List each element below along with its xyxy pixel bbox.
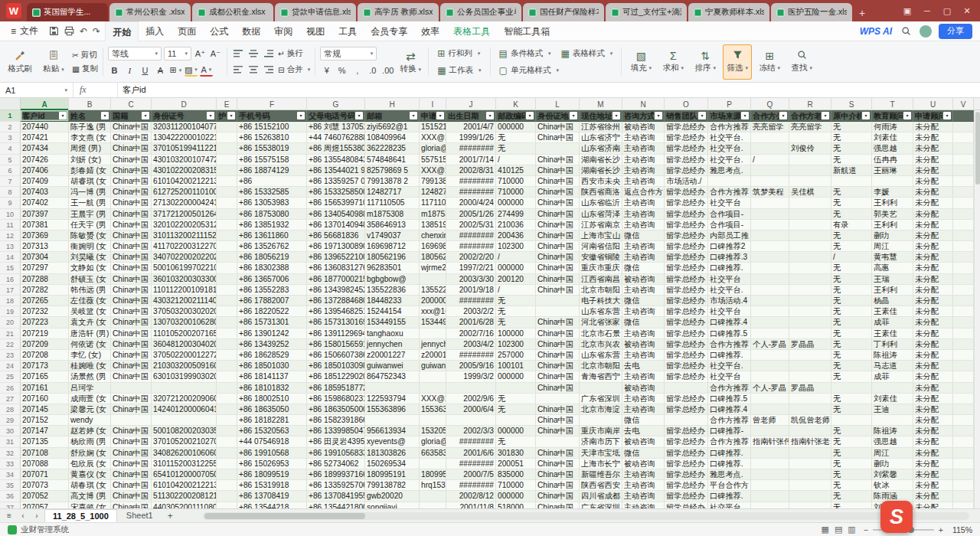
cell[interactable] — [872, 383, 913, 394]
horizontal-scrollbar[interactable] — [203, 512, 969, 520]
cell[interactable]: ######## — [446, 143, 496, 154]
cell[interactable]: China中国 — [111, 448, 152, 459]
cell[interactable]: 文静如 (女 — [69, 263, 111, 273]
cell[interactable]: ######## — [446, 436, 496, 447]
cell[interactable]: 钦冰 — [872, 480, 913, 491]
cell[interactable] — [953, 350, 974, 361]
cell[interactable]: 山东省济宁 — [580, 132, 622, 143]
cell[interactable]: +86 1372884680 — [307, 296, 365, 306]
cell[interactable]: 梁馨元 (女 — [69, 404, 111, 415]
cell[interactable]: 未分配 — [913, 317, 953, 328]
row-number[interactable]: 17 — [0, 285, 21, 296]
cell[interactable]: 口碑推荐2 — [708, 241, 751, 252]
cell[interactable]: 无 — [831, 426, 872, 436]
cell[interactable] — [751, 480, 789, 491]
cell[interactable]: 高文博 (男 — [69, 491, 111, 502]
cell[interactable]: 冯一博 (男 — [69, 187, 111, 198]
cell[interactable] — [420, 328, 446, 339]
cell[interactable]: 安徽省铜陵 — [580, 252, 622, 263]
cell[interactable]: 刘素佳 — [872, 394, 913, 404]
menu-tab-开始[interactable]: 开始 — [105, 21, 139, 41]
cell[interactable]: 微信 — [622, 263, 665, 273]
cell[interactable] — [789, 317, 831, 328]
cell[interactable]: +86 15263810 — [237, 132, 307, 143]
cell[interactable]: China中国 — [536, 155, 580, 165]
cell[interactable]: 2005/9/16 — [446, 361, 496, 371]
percent-format-button[interactable]: % — [335, 64, 348, 77]
cell[interactable]: 2001/6/6 — [446, 448, 496, 459]
cell[interactable]: 207406 — [21, 165, 69, 176]
cell[interactable]: 筑梦美程 — [751, 187, 789, 198]
undo-icon[interactable]: ↶ — [80, 26, 87, 37]
cell[interactable]: China中国 — [111, 198, 152, 208]
cell[interactable]: 未分配 — [913, 339, 953, 350]
cell[interactable]: China中国 — [111, 339, 152, 350]
cell[interactable]: China中国 — [111, 241, 152, 252]
cell[interactable]: 无 — [831, 491, 872, 502]
cell[interactable]: 西安市未央 — [580, 176, 622, 187]
share-button[interactable]: 分享 — [939, 24, 972, 39]
cell[interactable] — [217, 394, 237, 404]
row-number[interactable]: 23 — [0, 350, 21, 361]
header-cell[interactable] — [953, 110, 974, 122]
cell[interactable]: 207173 — [21, 361, 69, 371]
cell[interactable]: 180562196 — [365, 252, 420, 263]
cell[interactable]: guiwanwei — [420, 361, 446, 371]
cell[interactable]: 江西省南昌 — [580, 274, 622, 285]
cell[interactable]: 153449155 — [420, 317, 446, 328]
cell[interactable]: 微信 — [622, 448, 665, 459]
print-icon[interactable] — [64, 26, 74, 36]
column-header-G[interactable]: G — [307, 98, 365, 110]
cell[interactable] — [420, 274, 446, 285]
cell[interactable]: +86 15152100 — [237, 122, 307, 132]
cell[interactable]: 未分配 — [913, 436, 953, 447]
cell[interactable]: 主动咨询 — [622, 165, 665, 176]
cell[interactable]: 207161 — [21, 383, 69, 394]
cell[interactable] — [789, 252, 831, 263]
cell[interactable] — [217, 241, 237, 252]
cell[interactable]: China中国 — [111, 122, 152, 132]
cell[interactable]: 何依诺 (女 — [69, 339, 111, 350]
cell[interactable]: +86 15575158 — [237, 155, 307, 165]
column-header-C[interactable]: C — [111, 98, 152, 110]
cell[interactable]: 彭春婧 (女 — [69, 165, 111, 176]
cell[interactable] — [217, 436, 237, 447]
cell[interactable]: 358646913 — [365, 220, 420, 230]
cell[interactable] — [789, 241, 831, 252]
cell[interactable] — [217, 209, 237, 220]
cell[interactable]: 王晨宇 (男 — [69, 209, 111, 220]
font-increase-button[interactable]: A⁺ — [194, 47, 207, 60]
cell[interactable] — [831, 176, 872, 187]
cell[interactable]: 207409 — [21, 176, 69, 187]
cell[interactable]: 无 — [831, 155, 872, 165]
cell[interactable] — [872, 415, 913, 426]
column-header-D[interactable]: D — [152, 98, 217, 110]
sheet-list-icon[interactable]: ≡ — [3, 511, 15, 520]
cell[interactable] — [217, 187, 237, 198]
cell[interactable]: +86 15332585 — [237, 187, 307, 198]
cell[interactable]: 去电 — [622, 426, 665, 436]
cell[interactable] — [217, 371, 237, 382]
cell[interactable]: 强思越 — [872, 436, 913, 447]
cell[interactable] — [751, 198, 789, 208]
cell[interactable]: 留学总经办 — [665, 469, 708, 480]
cell[interactable]: 社交平台 — [708, 502, 751, 508]
filter-dropdown-icon[interactable]: ▾ — [207, 112, 214, 119]
cell[interactable] — [953, 230, 974, 241]
cell[interactable]: jennychen — [420, 339, 446, 350]
cell[interactable]: 天津市宝坻 — [580, 448, 622, 459]
cell[interactable]: +86 1354421800 — [307, 502, 365, 508]
cell[interactable]: 410125 — [496, 165, 536, 176]
cell[interactable] — [789, 198, 831, 208]
cell[interactable]: ######## — [446, 296, 496, 306]
cell[interactable] — [536, 143, 580, 154]
cell[interactable]: ######## — [446, 480, 496, 491]
file-tab[interactable]: 国任财产保险样本... — [523, 3, 604, 21]
cell[interactable] — [446, 415, 496, 426]
cell[interactable]: 留学总经办 — [665, 252, 708, 263]
filter-dropdown-icon[interactable]: ▾ — [655, 112, 662, 119]
cell[interactable]: 亮亮留学 — [751, 122, 789, 132]
cell[interactable]: 郭美艺 — [872, 209, 913, 220]
font-decrease-button[interactable]: A⁻ — [209, 47, 222, 60]
table-style-button[interactable]: ▦表格样式▾ — [557, 47, 616, 60]
